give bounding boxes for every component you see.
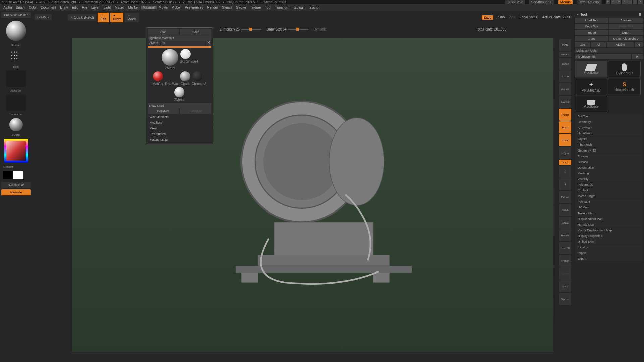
menu-light[interactable]: Light xyxy=(102,6,113,9)
acc-geometryhd[interactable]: Geometry HD xyxy=(575,148,643,153)
menu-transform[interactable]: Transform xyxy=(273,6,292,9)
acc-unifiedskin[interactable]: Unified Skin xyxy=(575,239,643,244)
goz-button[interactable]: GoZ xyxy=(575,42,590,47)
menu-tool[interactable]: Tool xyxy=(263,6,273,9)
win-btn[interactable]: ⊡ xyxy=(611,0,616,4)
menu-texture[interactable]: Texture xyxy=(248,6,263,9)
zsub-button[interactable]: Zsub xyxy=(497,15,505,20)
mat-swatch-redwax[interactable]: MatCap Red Wax xyxy=(152,71,179,86)
lightbox-materials-button[interactable]: Lightbox>Materials xyxy=(148,35,211,41)
menu-picker[interactable]: Picker xyxy=(170,6,183,9)
material-preview[interactable] xyxy=(9,118,23,131)
menu-file[interactable]: File xyxy=(80,6,89,9)
win-btn[interactable]: — xyxy=(627,0,632,4)
draw-button[interactable]: ✦Draw xyxy=(110,13,123,22)
frame-button[interactable]: Frame xyxy=(559,191,571,203)
texture-slot[interactable] xyxy=(6,94,26,111)
paste-tool-button[interactable]: Paste Tool xyxy=(609,24,643,29)
copy-tool-button[interactable]: Copy Tool xyxy=(575,24,608,29)
acc-import[interactable]: Import xyxy=(575,250,643,256)
make-polymesh-button[interactable]: Make PolyMesh3D xyxy=(609,36,643,41)
acc-uvmap[interactable]: UV Map xyxy=(575,205,643,210)
goz-all-button[interactable]: All xyxy=(591,42,606,47)
alpha-slot[interactable] xyxy=(6,70,26,87)
menu-zscript[interactable]: Zscript xyxy=(307,6,321,9)
win-btn[interactable]: ↗ xyxy=(622,0,627,4)
tool-panel-header[interactable]: Tool⊞ xyxy=(575,12,643,17)
lightbox-button[interactable]: LightBox xyxy=(35,14,52,20)
menu-stencil[interactable]: Stencil xyxy=(220,6,234,9)
export-button[interactable]: Export xyxy=(609,30,643,35)
zadd-button[interactable]: Zadd xyxy=(482,15,493,20)
acc-visibility[interactable]: Visibility xyxy=(575,176,643,182)
win-btn[interactable]: □ xyxy=(633,0,637,4)
show-used-button[interactable]: Show Used xyxy=(148,103,211,108)
matcap-maker-section[interactable]: Matcap Maker xyxy=(148,137,211,142)
menu-document[interactable]: Document xyxy=(39,6,58,9)
focal-shift-slider[interactable]: Focal Shift 0 xyxy=(520,15,538,20)
goz-visible-button[interactable]: Visible xyxy=(607,42,635,47)
actual-button[interactable]: Actual xyxy=(559,83,571,95)
viewport[interactable] xyxy=(72,38,553,352)
nav-button[interactable]: ⊙ xyxy=(559,166,571,178)
aahalf-button[interactable]: AAHalf xyxy=(559,96,571,108)
rotate-nav-button[interactable]: Rotate xyxy=(559,229,571,241)
saveas-button[interactable]: Save As xyxy=(609,18,643,23)
tool-thumb-cylinder[interactable]: Cylinder3D xyxy=(608,61,641,77)
mat-swatch-zmetal2[interactable]: ZMetal xyxy=(174,86,185,102)
persp-button[interactable]: Persp xyxy=(559,109,571,121)
menu-movie[interactable]: Movie xyxy=(157,6,170,9)
win-btn[interactable]: ⊞ xyxy=(606,0,610,4)
acc-surface[interactable]: Surface xyxy=(575,159,643,165)
acc-displayprops[interactable]: Display Properties xyxy=(575,233,643,239)
swatch-black[interactable] xyxy=(3,171,13,179)
acc-geometry[interactable]: Geometry xyxy=(575,119,643,125)
mat-swatch-zmetal[interactable]: ZMetal xyxy=(161,48,179,70)
menu-brush[interactable]: Brush xyxy=(14,6,27,9)
tool-r-button[interactable]: R xyxy=(632,54,643,59)
move-button[interactable]: ⤢Move xyxy=(125,13,138,22)
alternate-button[interactable]: Alternate xyxy=(1,189,31,195)
scale-nav-button[interactable]: Scale xyxy=(559,217,571,229)
menu-marker[interactable]: Marker xyxy=(126,6,141,9)
lsym-button[interactable]: LSym xyxy=(559,147,571,159)
goz-r-button[interactable]: R xyxy=(635,42,643,47)
win-btn[interactable]: ⊟ xyxy=(616,0,621,4)
zoom-button[interactable]: Zoom xyxy=(559,70,571,82)
defaultzscript-button[interactable]: DefaultZScript xyxy=(577,0,602,4)
acc-texturemap[interactable]: Texture Map xyxy=(575,210,643,216)
mat-swatch-chrome[interactable]: Chrome A xyxy=(192,71,206,86)
ghost-button[interactable]: Ghost xyxy=(559,267,571,280)
menu-layer[interactable]: Layer xyxy=(89,6,102,9)
pastemat-button[interactable]: PasteMat xyxy=(180,108,211,114)
acc-deformation[interactable]: Deformation xyxy=(575,165,643,170)
menus-button[interactable]: Menus xyxy=(558,0,573,4)
switchcolor-button[interactable]: SwitchColor xyxy=(1,182,31,188)
mixer-section[interactable]: Mixer xyxy=(148,126,211,131)
acc-displacement[interactable]: Displacement Map xyxy=(575,216,643,222)
load-tool-button[interactable]: Load Tool xyxy=(575,18,608,23)
mat-load-button[interactable]: Load xyxy=(148,29,179,35)
mat-save-button[interactable]: Save xyxy=(180,29,211,35)
win-btn[interactable]: ✕ xyxy=(638,0,643,4)
quicksave-button[interactable]: QuickSave xyxy=(505,0,525,4)
material-name[interactable]: ZMetal. 79 xyxy=(148,41,205,46)
environment-section[interactable]: Environment xyxy=(148,131,211,137)
xpose-button[interactable]: Xpose xyxy=(559,293,571,305)
menu-stroke[interactable]: Stroke xyxy=(234,6,248,9)
linefill-button[interactable]: Line Fill xyxy=(559,242,571,254)
menu-material[interactable]: Material xyxy=(141,6,157,9)
gradient-label[interactable]: Gradient xyxy=(1,165,31,168)
mat-r-button[interactable]: R xyxy=(206,41,211,46)
acc-fibermesh[interactable]: FiberMesh xyxy=(575,142,643,147)
seethrough-slider[interactable]: See-through 0 xyxy=(529,0,554,4)
menu-zplugin[interactable]: Zplugin xyxy=(292,6,308,9)
drawsize-slider[interactable]: Draw Size 64 xyxy=(267,27,308,31)
brush-preview[interactable] xyxy=(6,21,26,41)
dynamic-label[interactable]: Dynamic xyxy=(314,27,327,31)
lightbox-tools-button[interactable]: Lightbox>Tools xyxy=(575,48,643,53)
acc-initialize[interactable]: Initialize xyxy=(575,245,643,250)
color-picker[interactable] xyxy=(4,139,28,163)
acc-polygroups[interactable]: Polygroups xyxy=(575,182,643,187)
mat-swatch-chalk[interactable]: Chalk xyxy=(179,71,191,86)
